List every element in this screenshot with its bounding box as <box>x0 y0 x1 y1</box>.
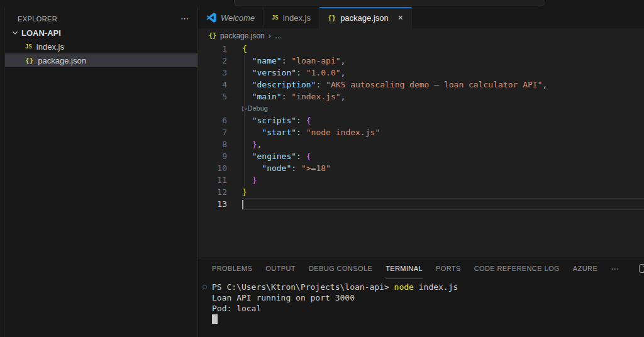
code-token: , <box>341 56 346 65</box>
code-content <box>242 198 644 210</box>
code-line-1[interactable]: 1{ <box>198 43 644 55</box>
code-content: "name": "loan-api", <box>242 55 644 67</box>
line-number: 6 <box>198 114 227 126</box>
code-content: "description": "AKS autoscaling demo — l… <box>242 79 644 91</box>
code-line-5[interactable]: 5 "main": "index.js", <box>198 91 644 102</box>
code-token: "start" <box>262 128 296 137</box>
code-token: , <box>542 80 547 89</box>
breadcrumb-file[interactable]: package.json <box>220 31 265 40</box>
line-number: 12 <box>198 186 227 198</box>
code-line-10[interactable]: 10 "node": ">=18" <box>198 162 644 174</box>
code-token: "node" <box>262 163 291 173</box>
panel-tab-terminal[interactable]: TERMINAL <box>386 258 423 279</box>
terminal-line-4 <box>212 314 644 324</box>
code-token: "node index.js" <box>306 128 380 137</box>
code-token: } <box>252 175 257 185</box>
tab-package.json[interactable]: {}package.json× <box>319 7 412 28</box>
codelens-debug-link[interactable]: ▷Debug <box>198 102 644 114</box>
code-content: "main": "index.js", <box>242 91 644 102</box>
code-token: "index.js" <box>291 92 340 101</box>
code-editor[interactable]: 1{2 "name": "loan-api",3 "version": "1.0… <box>198 43 644 258</box>
explorer-sidebar: EXPLORER ⋯ LOAN-API JSindex.js{}package.… <box>5 7 198 337</box>
text-cursor <box>242 200 243 209</box>
code-token: : <box>282 56 292 65</box>
panel-tab-debug-console[interactable]: DEBUG CONSOLE <box>309 258 372 279</box>
code-line-12[interactable]: 12} <box>198 186 644 198</box>
terminal-output[interactable]: PS C:\Users\Ktron\Projects\loan-api> nod… <box>198 279 644 337</box>
tab-index.js[interactable]: JSindex.js <box>264 7 319 28</box>
json-file-icon: {} <box>328 14 336 22</box>
terminal-token: Pod: local <box>212 304 261 313</box>
panel-tab-problems[interactable]: PROBLEMS <box>212 258 252 279</box>
tab-Welcome[interactable]: Welcome <box>198 7 264 28</box>
code-line-7[interactable]: 7 "start": "node index.js" <box>198 126 644 138</box>
code-line-8[interactable]: 8 }, <box>198 138 644 150</box>
explorer-more-actions-icon[interactable]: ⋯ <box>180 16 189 22</box>
panel-tab-output[interactable]: OUTPUT <box>265 258 296 279</box>
code-token <box>242 163 262 173</box>
code-token: : <box>296 128 306 137</box>
file-row-index.js[interactable]: JSindex.js <box>5 40 197 53</box>
tab-close-icon[interactable]: × <box>398 13 403 22</box>
explorer-title: EXPLORER <box>18 15 180 23</box>
code-line-3[interactable]: 3 "version": "1.0.0", <box>198 67 644 79</box>
line-number: 1 <box>198 43 227 55</box>
panel-tab-code-reference-log[interactable]: CODE REFERENCE LOG <box>474 258 560 279</box>
line-number: 9 <box>198 150 227 162</box>
line-number: 4 <box>198 79 227 91</box>
code-token: , <box>257 140 262 149</box>
json-file-icon: {} <box>25 57 33 65</box>
code-token: "description" <box>252 80 316 89</box>
tab-label: index.js <box>283 13 311 23</box>
editor-tab-bar: WelcomeJSindex.js{}package.json× <box>198 7 644 28</box>
code-content: }, <box>242 138 644 150</box>
code-token: : <box>296 68 306 77</box>
code-token: "engines" <box>252 152 296 161</box>
code-token: "main" <box>252 92 282 101</box>
code-token: : <box>296 116 306 125</box>
breadcrumb-more[interactable]: … <box>275 31 282 40</box>
file-tree: JSindex.js{}package.json <box>5 40 197 67</box>
tab-label: package.json <box>340 13 389 23</box>
explorer-header: EXPLORER ⋯ <box>5 7 197 26</box>
code-token: "AKS autoscaling demo — loan calculator … <box>326 80 542 89</box>
code-token: , <box>341 92 346 101</box>
code-line-4[interactable]: 4 "description": "AKS autoscaling demo —… <box>198 79 644 91</box>
panel-more-actions-icon[interactable]: ⋯ <box>611 258 619 279</box>
workbench: EXPLORER ⋯ LOAN-API JSindex.js{}package.… <box>0 7 644 337</box>
line-number: 5 <box>198 91 227 102</box>
line-number: 10 <box>198 162 227 174</box>
code-line-13[interactable]: 13 <box>198 198 644 210</box>
panel-tab-ports[interactable]: PORTS <box>436 258 461 279</box>
terminal-line-1: PS C:\Users\Ktron\Projects\loan-api> nod… <box>212 282 644 292</box>
line-number: 2 <box>198 55 227 67</box>
code-token: "1.0.0" <box>306 68 341 77</box>
code-content: "version": "1.0.0", <box>242 67 644 79</box>
terminal-line-3: Pod: local <box>212 303 644 314</box>
code-line-6[interactable]: 6 "scripts": { <box>198 114 644 126</box>
command-center[interactable] <box>234 0 545 6</box>
code-content: } <box>242 186 644 198</box>
terminal-token: PS C:\Users\Ktron\Projects\loan-api> <box>212 282 394 292</box>
folder-row-loan-api[interactable]: LOAN-API <box>5 26 197 40</box>
code-content: "start": "node index.js" <box>242 126 644 138</box>
panel-tab-bar: PROBLEMSOUTPUTDEBUG CONSOLETERMINALPORTS… <box>198 258 644 279</box>
file-label: index.js <box>36 42 64 52</box>
line-number: 7 <box>198 126 227 138</box>
panel-clipped-action-icon[interactable] <box>639 264 644 273</box>
code-token: , <box>341 68 346 77</box>
terminal-token: node <box>394 282 414 292</box>
code-token <box>242 128 262 137</box>
code-line-11[interactable]: 11 } <box>198 174 644 186</box>
breadcrumb[interactable]: {} package.json › … <box>198 28 644 43</box>
line-number: 3 <box>198 67 227 79</box>
file-row-package.json[interactable]: {}package.json <box>5 53 197 67</box>
command-decoration-icon[interactable] <box>203 285 207 289</box>
code-line-9[interactable]: 9 "engines": { <box>198 150 644 162</box>
code-line-2[interactable]: 2 "name": "loan-api", <box>198 55 644 67</box>
editor-group: WelcomeJSindex.js{}package.json× {} pack… <box>198 7 644 337</box>
code-token: } <box>242 187 247 197</box>
panel-tab-azure[interactable]: AZURE <box>573 258 597 279</box>
indent-guide <box>244 55 245 186</box>
js-file-icon: JS <box>272 14 279 21</box>
